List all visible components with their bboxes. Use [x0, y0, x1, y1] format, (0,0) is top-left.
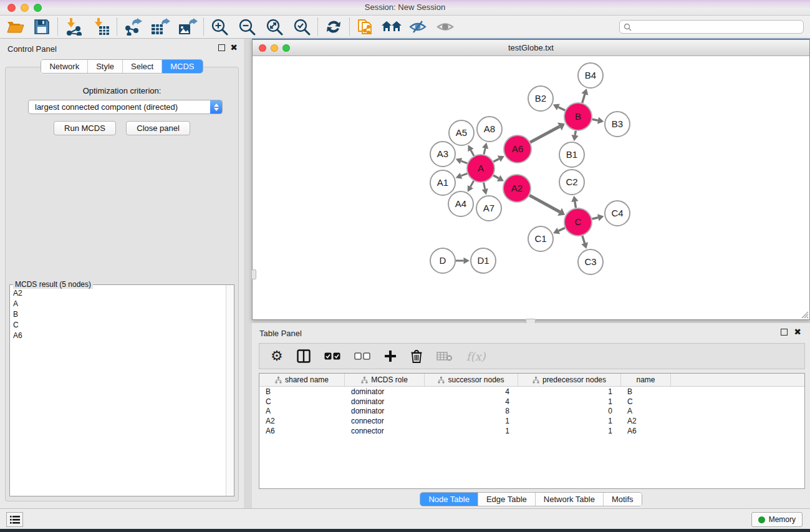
import-table-icon[interactable]: [90, 17, 112, 36]
mcds-result-item[interactable]: A: [10, 298, 226, 309]
show-all-eye-icon[interactable]: [435, 17, 456, 36]
table-cell[interactable]: 1: [518, 387, 621, 396]
graph-edge-c-c1[interactable]: [559, 228, 565, 231]
table-settings-icon[interactable]: ⚙: [271, 347, 283, 365]
graph-edge-a6-b[interactable]: [530, 127, 559, 142]
window-resize-grip[interactable]: [800, 310, 809, 319]
table-row[interactable]: Bdominator41B: [259, 387, 804, 397]
export-table-icon[interactable]: [150, 17, 171, 36]
delete-column-icon[interactable]: [410, 347, 423, 365]
network-canvas[interactable]: B4B2BB3A8A5A6A3B1AA1C2A2A4A7C4CC1DD1C3: [253, 56, 809, 319]
first-neighbors-icon[interactable]: [381, 17, 402, 36]
tab-mcds[interactable]: MCDS: [162, 60, 202, 73]
table-cell[interactable]: 4: [425, 397, 518, 406]
tab-select[interactable]: Select: [122, 60, 162, 73]
export-image-icon[interactable]: [177, 17, 198, 36]
table-cell[interactable]: connector: [345, 417, 425, 425]
table-cell[interactable]: C: [621, 397, 671, 406]
column-header-name[interactable]: name: [621, 374, 671, 386]
deselect-all-checkboxes-icon[interactable]: [354, 347, 370, 365]
mcds-result-item[interactable]: A6: [10, 330, 226, 341]
column-header-successor-nodes[interactable]: successor nodes: [425, 374, 518, 386]
table-cell[interactable]: A: [621, 407, 671, 415]
hide-selected-eye-icon[interactable]: [407, 17, 428, 36]
graph-edge-b-b1[interactable]: [575, 131, 576, 135]
column-header-shared-name[interactable]: shared name: [259, 374, 345, 386]
graph-edge-a2-c[interactable]: [529, 195, 560, 212]
column-header-predecessor-nodes[interactable]: predecessor nodes: [518, 374, 621, 386]
vertical-splitter-handle[interactable]: [251, 269, 256, 279]
table-cell[interactable]: A6: [621, 427, 671, 435]
export-network-icon[interactable]: [122, 17, 143, 36]
refresh-icon[interactable]: [323, 17, 344, 36]
graph-edge-a-a7[interactable]: [484, 183, 485, 190]
run-mcds-button[interactable]: Run MCDS: [54, 121, 116, 135]
network-window-titlebar[interactable]: testGlobe.txt: [253, 40, 809, 56]
table-cell[interactable]: connector: [345, 427, 425, 435]
criterion-dropdown[interactable]: largest connected component (directed): [28, 100, 223, 114]
table-cell[interactable]: C: [259, 397, 345, 406]
graph-edge-a-a1[interactable]: [461, 173, 468, 176]
function-builder-icon[interactable]: f(x): [466, 347, 486, 365]
tab-motifs[interactable]: Motifs: [603, 493, 642, 506]
table-cell[interactable]: B: [259, 387, 345, 396]
graph-edge-a-a3[interactable]: [461, 161, 468, 163]
memory-button[interactable]: Memory: [751, 512, 803, 527]
tab-edge-table[interactable]: Edge Table: [478, 493, 535, 506]
task-history-button[interactable]: [6, 512, 23, 527]
import-network-icon[interactable]: [63, 17, 84, 36]
graph-edge-a-a8[interactable]: [484, 148, 485, 155]
graph-edge-a-a6[interactable]: [493, 159, 499, 162]
graph-edge-c-c4[interactable]: [592, 218, 599, 219]
save-session-icon[interactable]: [31, 17, 52, 36]
tab-style[interactable]: Style: [87, 60, 122, 73]
tab-network-table[interactable]: Network Table: [535, 493, 603, 506]
table-cell[interactable]: A2: [621, 417, 671, 425]
table-cell[interactable]: 8: [425, 407, 518, 415]
table-row[interactable]: A2connector11A2: [259, 416, 804, 426]
add-column-icon[interactable]: [384, 347, 397, 365]
graph-edge-c-c2[interactable]: [575, 201, 576, 208]
table-cell[interactable]: 1: [425, 417, 518, 425]
table-cell[interactable]: 1: [425, 427, 518, 435]
table-row[interactable]: Cdominator41C: [259, 397, 804, 407]
graph-edge-a-a4[interactable]: [470, 181, 473, 186]
graph-edge-b-b3[interactable]: [592, 119, 599, 120]
split-view-icon[interactable]: [297, 347, 311, 365]
table-cell[interactable]: A6: [259, 427, 345, 435]
table-cell[interactable]: A: [259, 407, 345, 415]
graph-edge-b-b2[interactable]: [558, 107, 565, 110]
tab-node-table[interactable]: Node Table: [420, 493, 478, 506]
search-field[interactable]: [619, 20, 804, 34]
close-panel-button[interactable]: Close panel: [126, 121, 190, 135]
table-cell[interactable]: B: [621, 387, 671, 396]
table-cell[interactable]: A2: [259, 417, 345, 425]
float-panel-icon[interactable]: [218, 44, 225, 51]
mcds-result-item[interactable]: B: [10, 309, 226, 319]
table-row[interactable]: A6connector11A6: [259, 426, 804, 436]
table-cell[interactable]: dominator: [345, 407, 425, 415]
graph-edge-b-b4[interactable]: [582, 94, 585, 103]
table-cell[interactable]: 1: [518, 427, 621, 435]
zoom-fit-icon[interactable]: [264, 17, 285, 36]
close-table-panel-icon[interactable]: ✖: [794, 329, 801, 336]
table-cell[interactable]: dominator: [345, 397, 425, 406]
float-table-panel-icon[interactable]: [781, 329, 788, 336]
zoom-in-icon[interactable]: [209, 17, 230, 36]
graph-edge-a-a2[interactable]: [493, 175, 499, 178]
column-header-mcds-role[interactable]: MCDS role: [345, 374, 425, 386]
zoom-out-icon[interactable]: [236, 17, 258, 36]
search-input[interactable]: [634, 22, 799, 31]
tab-network[interactable]: Network: [41, 60, 87, 73]
open-session-icon[interactable]: [5, 17, 26, 36]
table-row[interactable]: Adominator80A: [259, 406, 804, 416]
table-cell[interactable]: 4: [425, 387, 518, 396]
result-scrollbar[interactable]: [226, 285, 234, 496]
select-all-checkboxes-icon[interactable]: [324, 347, 340, 365]
table-cell[interactable]: dominator: [345, 387, 425, 396]
mcds-result-item[interactable]: A2: [10, 288, 226, 298]
close-panel-icon[interactable]: ✖: [230, 44, 238, 51]
table-cell[interactable]: 1: [518, 397, 621, 406]
table-cell[interactable]: 1: [518, 417, 621, 425]
mcds-result-item[interactable]: C: [10, 319, 226, 330]
